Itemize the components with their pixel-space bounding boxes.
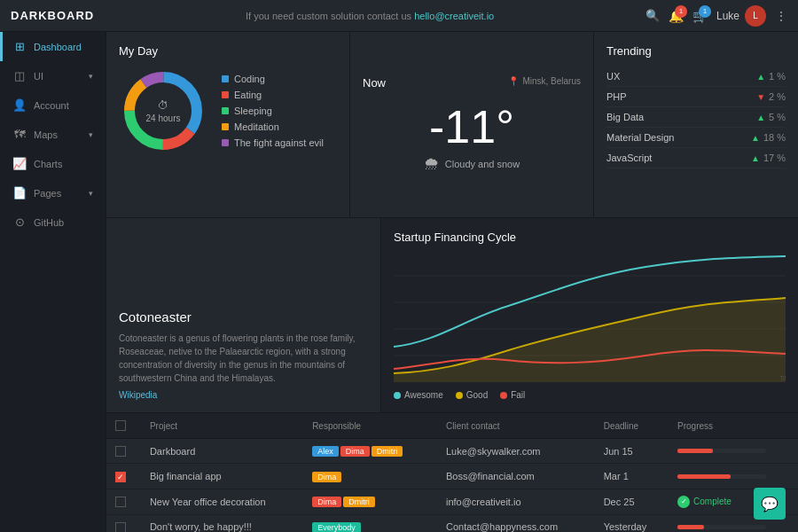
row-tags: Everybody xyxy=(303,514,437,532)
avatar: L xyxy=(745,5,766,27)
row-contact: Boss@financial.com xyxy=(437,464,595,489)
myday-legend: CodingEatingSleepingMeditationThe fight … xyxy=(222,74,324,148)
table-header-1: Project xyxy=(141,413,303,439)
row-checkbox[interactable] xyxy=(115,497,126,507)
topbar-actions: 🔍 🔔 1 🛒 1 Luke L ⋮ xyxy=(645,5,787,27)
progress-bar-wrap xyxy=(677,525,766,529)
topbar-message: If you need custom solution contact us h… xyxy=(94,11,645,21)
widget-chart: Startup Financing Cycle xyxy=(381,218,798,412)
mid-row: Cotoneaster Cotoneaster is a genus of fl… xyxy=(106,218,798,413)
cotoneaster-title: Cotoneaster xyxy=(119,309,368,325)
cotoneaster-text: Cotoneaster is a genus of flowering plan… xyxy=(119,332,368,385)
row-checkbox-cell xyxy=(106,489,141,514)
tag: Dmitri xyxy=(372,446,403,457)
expand-arrow: ▾ xyxy=(89,130,93,139)
more-icon[interactable]: ⋮ xyxy=(775,9,787,23)
app: DARKBOARD If you need custom solution co… xyxy=(0,0,798,532)
tag: Everybody xyxy=(312,522,361,532)
widget-myday: My Day ⏱ 24 hours xyxy=(106,32,350,218)
row-contact: info@creativeit.io xyxy=(437,489,595,514)
cart-badge: 1 xyxy=(699,5,711,18)
cotoneaster-link[interactable]: Wikipedia xyxy=(119,390,368,400)
myday-content: ⏱ 24 hours CodingEatingSleepingMeditatio… xyxy=(119,66,337,155)
tag: Dima xyxy=(312,497,341,507)
table-head: ProjectResponsibleClient contactDeadline… xyxy=(106,413,798,439)
chat-icon: 💬 xyxy=(761,496,778,512)
table-header-5: Progress xyxy=(669,413,798,439)
chart-area: REVENUE TIME xyxy=(394,249,786,387)
github-icon: ⊙ xyxy=(12,215,27,229)
row-deadline: Yesterday xyxy=(595,514,669,532)
table-row: ✓Big financial appDimaBoss@financial.com… xyxy=(106,464,798,489)
table-header-4: Deadline xyxy=(595,413,669,439)
charts-icon: 📈 xyxy=(12,157,27,170)
now-temperature: -11° xyxy=(429,104,514,150)
table-wrap: ProjectResponsibleClient contactDeadline… xyxy=(106,413,798,532)
chart-legend-dot xyxy=(456,392,463,399)
notifications-badge: 1 xyxy=(675,5,687,18)
check-icon: ✓ xyxy=(677,496,690,508)
table-row: Don't worry, be happy!!!EverybodyContact… xyxy=(106,514,798,532)
tag: Dima xyxy=(340,446,370,457)
topbar-email[interactable]: hello@creativeit.io xyxy=(414,11,494,21)
tag: Dima xyxy=(312,472,341,482)
now-title: Now xyxy=(363,76,386,90)
legend-dot xyxy=(222,139,229,146)
pages-icon: 📄 xyxy=(12,186,27,200)
chart-legend-item: Awesome xyxy=(394,390,443,400)
search-icon[interactable]: 🔍 xyxy=(645,9,660,22)
now-description: 🌨 Cloudy and snow xyxy=(424,155,520,174)
trending-direction-icon: ▲ xyxy=(751,153,760,163)
row-checkbox[interactable] xyxy=(115,446,126,457)
chart-legend: AwesomeGoodFail xyxy=(394,390,786,400)
row-checkbox-cell: ✓ xyxy=(106,464,141,489)
chart-title: Startup Financing Cycle xyxy=(394,231,786,244)
sidebar-item-account[interactable]: 👤Account xyxy=(0,90,106,120)
row-checkbox[interactable]: ✓ xyxy=(115,472,126,482)
widget-trending: Trending UX▲1 %PHP▼2 %Big Data▲5 %Materi… xyxy=(594,32,798,218)
projects-table: ProjectResponsibleClient contactDeadline… xyxy=(106,413,798,532)
content-inner: My Day ⏱ 24 hours xyxy=(106,32,798,532)
row-contact: Contact@happyness.com xyxy=(437,514,595,532)
donut-chart: ⏱ 24 hours xyxy=(119,66,207,155)
legend-dot xyxy=(222,91,229,98)
row-checkbox[interactable] xyxy=(115,522,126,532)
content-area: My Day ⏱ 24 hours xyxy=(106,32,798,532)
trending-direction-icon: ▼ xyxy=(756,92,765,102)
trending-direction-icon: ▲ xyxy=(756,113,765,122)
sidebar-item-charts[interactable]: 📈Charts xyxy=(0,149,106,178)
table-select-all-checkbox[interactable] xyxy=(115,420,126,431)
chart-legend-dot xyxy=(394,392,401,399)
chat-fab[interactable]: 💬 xyxy=(754,488,786,520)
expand-arrow: ▾ xyxy=(89,189,93,198)
main-layout: ⊞Dashboard◫UI▾👤Account🗺Maps▾📈Charts📄Page… xyxy=(0,32,798,532)
row-deadline: Dec 25 xyxy=(595,489,669,514)
widget-now: Now 📍 Minsk, Belarus -11° 🌨 Cloudy and s… xyxy=(350,32,594,218)
table-header: ProjectResponsibleClient contactDeadline… xyxy=(106,413,798,439)
sidebar-item-github[interactable]: ⊙GitHub xyxy=(0,207,106,237)
cloud-icon: 🌨 xyxy=(424,155,440,174)
progress-bar-fill xyxy=(677,474,731,479)
row-progress xyxy=(669,439,798,464)
notifications-icon[interactable]: 🔔 1 xyxy=(669,9,684,23)
sidebar-item-maps[interactable]: 🗺Maps▾ xyxy=(0,120,106,149)
donut-label: 24 hours xyxy=(146,113,181,123)
sidebar-item-dashboard[interactable]: ⊞Dashboard xyxy=(0,32,106,61)
sidebar-item-pages[interactable]: 📄Pages▾ xyxy=(0,178,106,207)
trending-item: Material Design▲18 % xyxy=(606,128,786,148)
chart-legend-item: Fail xyxy=(500,390,525,400)
topbar: DARKBOARD If you need custom solution co… xyxy=(0,0,798,32)
trending-item: JavaScript▲17 % xyxy=(606,148,786,168)
table-header-0 xyxy=(106,413,141,439)
user-menu[interactable]: Luke L xyxy=(716,5,766,27)
table-header-3: Client contact xyxy=(437,413,595,439)
row-checkbox-cell xyxy=(106,439,141,464)
now-location: 📍 Minsk, Belarus xyxy=(508,76,581,86)
sidebar-item-ui[interactable]: ◫UI▾ xyxy=(0,61,106,90)
trending-item: Big Data▲5 % xyxy=(606,107,786,128)
chart-svg: REVENUE TIME xyxy=(394,249,786,382)
cart-icon[interactable]: 🛒 1 xyxy=(692,9,708,23)
progress-bar-fill xyxy=(677,449,713,453)
chart-legend-item: Good xyxy=(456,390,488,400)
row-tags: AlexDimaDmitri xyxy=(303,439,437,464)
